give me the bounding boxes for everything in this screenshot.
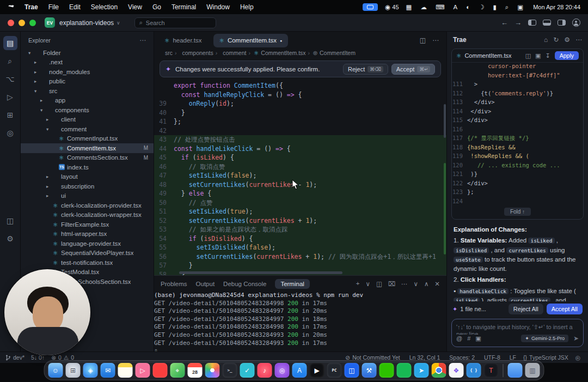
tree-item[interactable]: ▸ app [21,96,154,106]
dock-icon-tv[interactable]: ▶ [310,363,324,378]
dock-icon-docker[interactable]: ◫ [345,363,359,378]
dock-icon-mail[interactable]: ✉ [101,363,115,378]
explorer-more-icon[interactable]: ⋯ [139,37,146,44]
breadcrumb-item[interactable]: comment › [220,50,250,56]
pending-files-summary[interactable]: ✦ 1 file ne... [452,306,486,313]
editor-tab[interactable]: ⚛ header.tsx [158,34,211,47]
code-editor[interactable]: export function CommentItem({ const hand… [154,81,446,275]
reject-all-button[interactable]: Reject All [509,304,543,314]
toggle-bottom-panel-icon[interactable] [543,20,551,26]
editor-tab[interactable]: ⚛ CommentItem.tsx ● [213,34,289,47]
project-switcher[interactable]: explanation-videos ∨ [59,19,120,27]
toggle-left-sidebar-icon[interactable] [528,20,536,26]
tree-item[interactable]: ⚛ html-wrapper.tsx [21,229,154,239]
dock-icon-red-app[interactable] [153,363,168,378]
git-branch-indicator[interactable]: dev* [5,354,24,361]
battery-icon[interactable]: ▮ [493,3,498,11]
dock-icon-video-app[interactable]: ▷ [136,363,150,378]
tree-item[interactable]: ▾ components [21,105,154,115]
hash-icon[interactable]: # [467,335,470,342]
panel-tab[interactable]: Debug Console [223,281,266,287]
tree-item[interactable]: ▾ src [21,86,154,96]
display-icon[interactable]: ◐ [466,4,471,10]
image-icon[interactable]: ▣ [475,335,481,342]
dock-icon-trash[interactable]: ▥ [525,363,540,378]
dock-icon-ide-app[interactable]: PC [327,363,342,378]
tree-item[interactable]: ⚛ SequentialVideoPlayer.tsx [21,248,154,258]
dock-icon-app-store[interactable]: A [292,363,307,378]
menubar-item[interactable]: File [48,3,59,11]
accept-button[interactable]: Accept ⌘↵ [391,64,435,75]
tree-item[interactable]: ⚛ FilterExample.tsx [21,220,154,229]
dock-icon-calendar[interactable]: 28 [188,363,203,378]
dock-icon-terminal[interactable]: >_ [223,363,237,378]
rail-source-control-icon[interactable]: ⌥ [3,72,17,86]
tree-item[interactable]: ▸ client [21,115,154,125]
dock-icon-design-app[interactable]: ❖ [449,363,464,378]
dock-icon-music[interactable]: ♪ [258,363,272,378]
nav-back-icon[interactable]: ← [501,19,508,27]
menubar-item[interactable]: Selection [91,3,118,11]
insert-icon[interactable]: ↧ [546,52,550,59]
tree-item[interactable]: ▸ subscription [21,181,154,191]
dock-icon-downloads-folder[interactable] [508,363,523,378]
menubar-item[interactable]: Go [152,3,161,11]
ai-more-icon[interactable]: ⋯ [575,36,582,44]
dock-icon-finder[interactable]: ☺ [48,363,63,378]
dock-icon-maps[interactable]: ⌖ [170,363,185,378]
panel-collapse-icon[interactable]: ∨ [414,280,418,288]
control-center-icon[interactable]: ▣ [517,3,525,11]
send-button[interactable]: ➤ [573,335,579,342]
fold-button[interactable]: Fold ↑ [504,208,531,216]
diff-icon[interactable]: ◫ [525,52,531,59]
dock-icon-chrome[interactable] [432,363,446,378]
panel-tab[interactable]: Terminal [275,279,309,289]
tree-item[interactable]: ⚛ clerk-localization-wrapper.tsx [21,210,154,220]
dock-icon-chat-app[interactable] [397,363,412,378]
global-search-input[interactable]: ⌕ Search [134,17,216,28]
rail-search-icon[interactable]: ⌕ [3,54,17,68]
tree-item[interactable]: ▸ layout [21,172,154,182]
window-manager-icon[interactable]: ▦ [406,3,414,11]
screen-sharing-indicator[interactable] [363,3,378,11]
focus-moon-icon[interactable]: ☽ [479,3,486,11]
tree-item[interactable]: ⚛ CommentInput.tsx [21,134,154,144]
chat-input[interactable] [456,324,579,335]
dock-icon-telegram[interactable]: ➤ [414,363,429,378]
tree-item[interactable]: ⚛ CommentItem.tsx M [21,143,154,153]
ai-settings-icon[interactable]: ⚙ [564,36,570,44]
split-editor-icon[interactable]: ◫ [420,37,426,44]
input-source-icon[interactable]: A [454,4,460,10]
menubar-item[interactable]: Trae [24,3,38,11]
terminal-more-icon[interactable]: ⋯ [401,280,408,288]
breadcrumb-item[interactable]: ⚛ CommentItem.tsx › [254,50,310,56]
menubar-item[interactable]: Terminal [171,3,196,11]
tree-item[interactable]: ▸ ui [21,191,154,201]
minimize-window-button[interactable] [19,20,25,26]
tree-item[interactable]: ⚛ CommentsSection.tsx M [21,153,154,163]
tree-item[interactable]: ▸ public [21,77,154,87]
reject-button[interactable]: Reject ⌘⌫ [343,64,388,75]
rail-settings-icon[interactable]: ⚙ [3,232,17,246]
apply-button[interactable]: Apply [555,51,579,60]
nav-forward-icon[interactable]: → [514,19,522,27]
dock-icon-tasks-app[interactable]: ✓ [240,363,255,378]
rail-explorer-icon[interactable]: ▤ [3,36,17,50]
cloud-icon[interactable]: ☁ [420,3,428,11]
tree-item[interactable]: ▸ .next [21,58,154,68]
tree-item[interactable]: ⚛ language-provider.tsx [21,239,154,248]
keyboard-icon[interactable]: ⌨ [436,3,446,11]
menubar-item[interactable]: Help [240,3,254,11]
accept-all-button[interactable]: Accept All [547,304,583,314]
copy-icon[interactable]: ▣ [535,52,541,59]
dock-icon-vscode[interactable]: { } [467,363,481,378]
spotlight-icon[interactable]: ⌕ [505,4,510,11]
close-panel-icon[interactable]: ✕ [434,280,440,288]
dock-icon-wechat[interactable] [379,363,394,378]
mention-icon[interactable]: @ [456,335,462,342]
dock-icon-photos[interactable] [205,363,220,378]
dock-icon-trae[interactable]: T [484,363,499,378]
rail-remote-icon[interactable]: ◎ [3,126,17,140]
close-window-button[interactable] [8,20,14,26]
rail-run-debug-icon[interactable]: ▷ [3,90,17,104]
